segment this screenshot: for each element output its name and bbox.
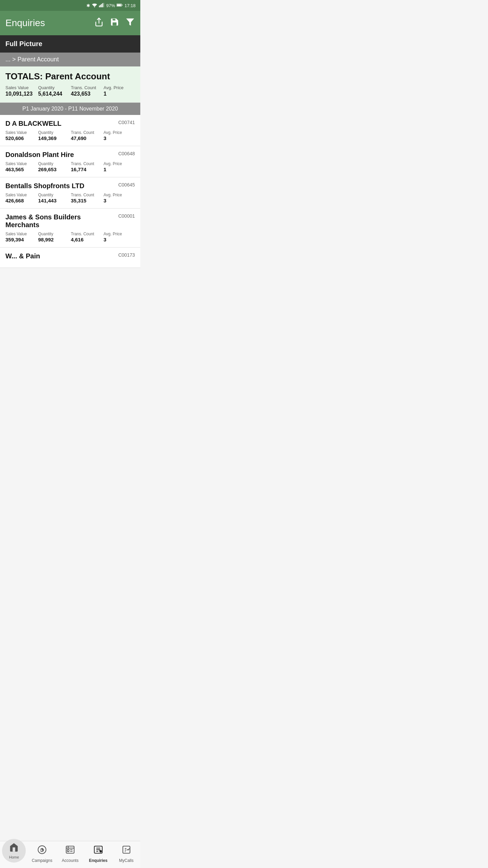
filter-icon[interactable]: [125, 17, 135, 29]
nav-item-enquiries[interactable]: Enquiries: [84, 845, 112, 863]
nav-item-accounts[interactable]: Accounts: [56, 845, 84, 863]
account-code: C00001: [118, 213, 135, 219]
header: Enquiries: [0, 11, 140, 35]
sales-value-label: Sales Value: [5, 85, 37, 90]
breadcrumb: ... > Parent Account: [0, 53, 140, 66]
account-card[interactable]: W... & Pain C00173: [0, 248, 140, 268]
mycalls-label: MyCalls: [119, 858, 134, 863]
total-sales-value: Sales Value 10,091,123: [5, 85, 37, 97]
full-picture-bar: Full Picture: [0, 35, 140, 53]
trans-count: 47,690: [71, 135, 102, 141]
svg-rect-11: [114, 19, 116, 21]
svg-rect-20: [67, 849, 69, 852]
status-bar: ✱ 97%: [0, 0, 140, 11]
avg-price-amount: 1: [104, 91, 135, 97]
sales-value-label: Sales Value: [5, 232, 37, 236]
enquiries-label: Enquiries: [89, 858, 107, 863]
accounts-label: Accounts: [62, 858, 78, 863]
avg-price-label: Avg. Price: [104, 85, 135, 90]
avg-price: 3: [104, 198, 135, 203]
account-card[interactable]: D A BLACKWELL C00741 Sales Value 520,606…: [0, 115, 140, 146]
account-card[interactable]: James & Sons Builders Merchants C00001 S…: [0, 209, 140, 248]
sales-value: 426,668: [5, 198, 37, 203]
total-trans-count: Trans. Count 423,653: [71, 85, 102, 97]
total-avg-price: Avg. Price 1: [104, 85, 135, 97]
quantity: 149,369: [38, 135, 70, 141]
svg-rect-8: [122, 4, 122, 5]
quantity: 98,992: [38, 237, 70, 242]
save-icon[interactable]: [110, 17, 119, 29]
quantity-label: Quantity: [38, 85, 70, 90]
trans-count-amount: 423,653: [71, 91, 102, 97]
avg-price-label: Avg. Price: [104, 232, 135, 236]
svg-point-0: [94, 6, 95, 7]
battery-icon: [117, 3, 123, 8]
nav-item-home[interactable]: Home: [0, 846, 28, 863]
svg-rect-5: [103, 3, 104, 7]
trans-count: 35,315: [71, 198, 102, 203]
quantity: 269,653: [38, 166, 70, 172]
full-picture-label: Full Picture: [5, 40, 42, 47]
account-card[interactable]: Donaldson Plant Hire C00648 Sales Value …: [0, 146, 140, 177]
avg-price: 3: [104, 237, 135, 242]
avg-price-label: Avg. Price: [104, 193, 135, 197]
account-stats: Sales Value 359,394 Quantity 98,992 Tran…: [5, 232, 135, 242]
nav-item-campaigns[interactable]: $ Campaigns: [28, 845, 56, 863]
account-card[interactable]: Bentalls Shopfronts LTD C00645 Sales Val…: [0, 177, 140, 209]
avg-price: 3: [104, 135, 135, 141]
svg-text:$: $: [42, 848, 44, 851]
nav-item-mycalls[interactable]: MyCalls: [112, 845, 140, 863]
avg-price-label: Avg. Price: [104, 161, 135, 166]
svg-rect-3: [101, 4, 102, 7]
svg-line-26: [99, 850, 100, 851]
status-icons: ✱ 97%: [86, 3, 136, 8]
svg-rect-1: [99, 5, 100, 7]
home-circle[interactable]: Home: [2, 839, 26, 863]
breadcrumb-path: ... > Parent Account: [5, 56, 59, 63]
home-icon: [9, 842, 19, 854]
sales-value-amount: 10,091,123: [5, 91, 37, 97]
trans-count: 4,616: [71, 237, 102, 242]
time: 17:18: [124, 3, 136, 8]
account-name: James & Sons Builders Merchants: [5, 213, 118, 229]
header-actions: [94, 17, 135, 29]
account-code: C00645: [118, 182, 135, 188]
totals-section: TOTALS: Parent Account Sales Value 10,09…: [0, 66, 140, 103]
quantity: 141,443: [38, 198, 70, 203]
accounts-icon: [65, 845, 75, 857]
svg-marker-12: [126, 19, 134, 26]
totals-title: TOTALS: Parent Account: [5, 71, 135, 82]
svg-rect-2: [100, 5, 101, 7]
campaigns-icon: $: [37, 845, 47, 857]
wifi-icon: [92, 3, 97, 8]
quantity-label: Quantity: [38, 193, 70, 197]
sales-value: 520,606: [5, 135, 37, 141]
quantity-label: Quantity: [38, 232, 70, 236]
totals-stats: Sales Value 10,091,123 Quantity 5,614,24…: [5, 85, 135, 97]
share-icon[interactable]: [94, 17, 104, 29]
bottom-navigation: Home $ Campaigns Accounts: [0, 841, 140, 868]
svg-rect-7: [117, 4, 121, 6]
account-stats: Sales Value 520,606 Quantity 149,369 Tra…: [5, 130, 135, 141]
sales-value-label: Sales Value: [5, 193, 37, 197]
account-name: Bentalls Shopfronts LTD: [5, 182, 118, 190]
sales-value-label: Sales Value: [5, 161, 37, 166]
trans-count-label: Trans. Count: [71, 232, 102, 236]
trans-count-label: Trans. Count: [71, 161, 102, 166]
account-name: D A BLACKWELL: [5, 120, 118, 127]
enquiries-icon: [94, 845, 103, 857]
account-code: C00173: [118, 252, 135, 258]
svg-rect-4: [102, 3, 103, 7]
avg-price: 1: [104, 166, 135, 172]
sales-value: 463,565: [5, 166, 37, 172]
quantity-label: Quantity: [38, 130, 70, 135]
account-stats: Sales Value 426,668 Quantity 141,443 Tra…: [5, 193, 135, 203]
bluetooth-icon: ✱: [86, 3, 90, 8]
page-title: Enquiries: [5, 18, 45, 28]
campaigns-label: Campaigns: [32, 858, 53, 863]
sales-value: 359,394: [5, 237, 37, 242]
account-name: Donaldson Plant Hire: [5, 151, 118, 159]
home-label: Home: [9, 855, 19, 859]
mycalls-icon: [122, 845, 131, 857]
trans-count-label: Trans. Count: [71, 193, 102, 197]
